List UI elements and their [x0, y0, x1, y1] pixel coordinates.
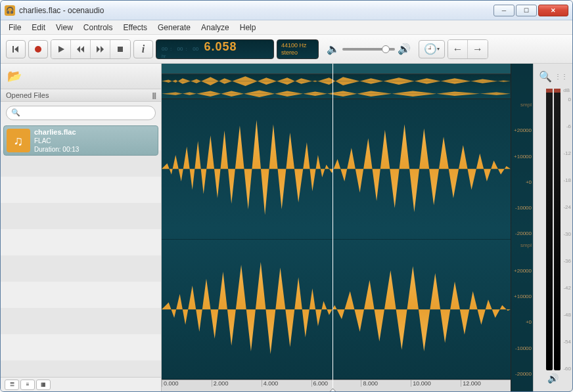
ruler-tick: 2.000 — [212, 380, 262, 387]
time-ruler[interactable]: 0.000 2.000 4.000 6.000 8.000 10.000 12.… — [162, 380, 511, 391]
file-format: FLAC — [34, 137, 79, 145]
file-item[interactable]: ♫ charlies.flac FLAC Duration: 00:13 — [3, 125, 158, 156]
menu-effects[interactable]: Effects — [118, 22, 152, 33]
history-button[interactable]: 🕘▾ — [419, 40, 445, 58]
record-icon — [34, 45, 42, 53]
waveform-area: 0.000 2.000 4.000 6.000 8.000 10.000 12.… — [162, 64, 572, 391]
meter-menu-icon[interactable]: ⋮⋮ — [555, 73, 568, 80]
ruler-tick: 8.000 — [361, 380, 411, 387]
sidebar: 📂 Opened Files ||| 🔍 ♫ charlies.flac FLA… — [1, 64, 162, 391]
clock-icon: 🕘 — [424, 43, 437, 55]
info-button[interactable]: i — [133, 40, 153, 58]
waveform-left — [162, 99, 511, 238]
app-window: 🎧 charlies.flac - ocenaudio ─ ☐ ✕ File E… — [0, 0, 573, 392]
overview-track[interactable] — [162, 74, 511, 99]
file-thumb-icon: ♫ — [7, 129, 30, 152]
amplitude-ruler: smpl +20000 +10000 +0 -10000 -20000 smpl… — [511, 64, 533, 391]
amp-tick: -10000 — [513, 205, 532, 211]
amp-tick: +20000 — [513, 127, 532, 133]
main-area: 📂 Opened Files ||| 🔍 ♫ charlies.flac FLA… — [1, 64, 572, 391]
search-icon: 🔍 — [11, 108, 20, 117]
menubar: File Edit View Controls Effects Generate… — [1, 20, 572, 35]
meter-right — [554, 89, 561, 370]
nav-group: ← → — [447, 39, 488, 59]
search-input[interactable] — [6, 106, 156, 120]
volume-high-icon: 🔊 — [398, 43, 411, 55]
file-name: charlies.flac — [34, 127, 79, 137]
play-icon — [57, 45, 65, 53]
amp-tick: +0 — [513, 319, 532, 325]
zoom-in-icon[interactable]: 🔍 — [539, 70, 552, 83]
menu-view[interactable]: View — [51, 22, 78, 33]
track-left[interactable] — [162, 99, 511, 240]
db-label: dB — [563, 87, 570, 93]
time-display[interactable]: 00: 00: 00 6.058 hr — [156, 39, 274, 59]
volume-control: 🔈 🔊 — [327, 43, 411, 55]
app-icon: 🎧 — [5, 5, 15, 16]
nav-forward-button[interactable]: → — [468, 40, 488, 58]
file-list[interactable]: ♫ charlies.flac FLAC Duration: 00:13 — [1, 124, 161, 377]
file-meta: charlies.flac FLAC Duration: 00:13 — [34, 127, 79, 154]
ruler-tick: 12.000 — [461, 380, 511, 387]
nav-back-button[interactable]: ← — [448, 40, 468, 58]
sidebar-handle-icon[interactable]: ||| — [152, 91, 156, 99]
menu-help[interactable]: Help — [235, 22, 262, 33]
amp-unit: smpl — [513, 242, 532, 248]
time-hr-prefix: 00 — [162, 46, 168, 52]
ruler-tick: 6.000 — [311, 380, 361, 387]
amp-tick: +0 — [513, 179, 532, 185]
sidebar-header[interactable]: 📂 — [1, 64, 161, 89]
waveform-column: 0.000 2.000 4.000 6.000 8.000 10.000 12.… — [162, 64, 511, 391]
rewind-icon — [76, 45, 85, 53]
sidebar-section-label: Opened Files ||| — [1, 89, 161, 102]
amp-tick: +10000 — [513, 154, 532, 160]
goto-start-icon — [12, 45, 20, 53]
stop-icon — [116, 45, 124, 53]
close-button[interactable]: ✕ — [538, 5, 568, 16]
search-wrap: 🔍 — [1, 102, 161, 124]
playhead[interactable] — [332, 64, 333, 391]
menu-generate[interactable]: Generate — [152, 22, 196, 33]
menu-file[interactable]: File — [3, 22, 26, 33]
maximize-button[interactable]: ☐ — [516, 5, 537, 16]
menu-edit[interactable]: Edit — [26, 22, 51, 33]
goto-start-button[interactable] — [6, 40, 26, 58]
minimize-button[interactable]: ─ — [493, 5, 515, 16]
ruler-tick: 10.000 — [411, 380, 461, 387]
menu-controls[interactable]: Controls — [78, 22, 118, 33]
view-list-button[interactable]: ☰ — [5, 380, 19, 390]
folder-icon: 📂 — [7, 69, 22, 83]
time-main: 6.058 — [204, 40, 237, 53]
play-button[interactable] — [51, 40, 71, 58]
transport-group — [51, 39, 131, 59]
time-min-prefix: 00 — [177, 46, 183, 52]
time-sec-prefix: 00 — [193, 46, 198, 52]
record-button[interactable] — [28, 40, 48, 58]
track-right[interactable] — [162, 240, 511, 380]
db-scale: 0 -6 -12 -18 -24 -30 -36 -42 -48 -54 -60 — [561, 97, 571, 372]
svg-rect-2 — [118, 47, 123, 52]
titlebar[interactable]: 🎧 charlies.flac - ocenaudio ─ ☐ ✕ — [1, 1, 572, 20]
sample-rate: 44100 Hz — [281, 42, 314, 49]
toolbar: i 00: 00: 00 6.058 hr 44100 Hz stereo 🔈 … — [1, 35, 572, 64]
rate-display[interactable]: 44100 Hz stereo — [277, 39, 319, 59]
output-icon[interactable]: 🔊 — [547, 373, 559, 389]
view-detail-button[interactable]: ≡ — [20, 380, 35, 390]
amp-tick: +20000 — [513, 268, 532, 274]
menu-analyze[interactable]: Analyze — [196, 22, 235, 33]
rewind-button[interactable] — [71, 40, 91, 58]
view-grid-button[interactable]: ▦ — [36, 380, 51, 390]
ruler-tick: 0.000 — [162, 380, 212, 387]
amp-unit: smpl — [513, 102, 532, 108]
meter-left — [546, 89, 553, 370]
amp-tick: +10000 — [513, 294, 532, 299]
svg-point-1 — [35, 46, 41, 53]
stop-button[interactable] — [110, 40, 130, 58]
forward-button[interactable] — [91, 40, 110, 58]
amp-tick: -10000 — [513, 345, 532, 351]
volume-slider[interactable] — [342, 48, 395, 51]
volume-knob[interactable] — [382, 45, 390, 53]
volume-low-icon: 🔈 — [327, 43, 340, 55]
waveform-right — [162, 240, 511, 379]
view-switcher: ☰ ≡ ▦ — [1, 377, 161, 391]
